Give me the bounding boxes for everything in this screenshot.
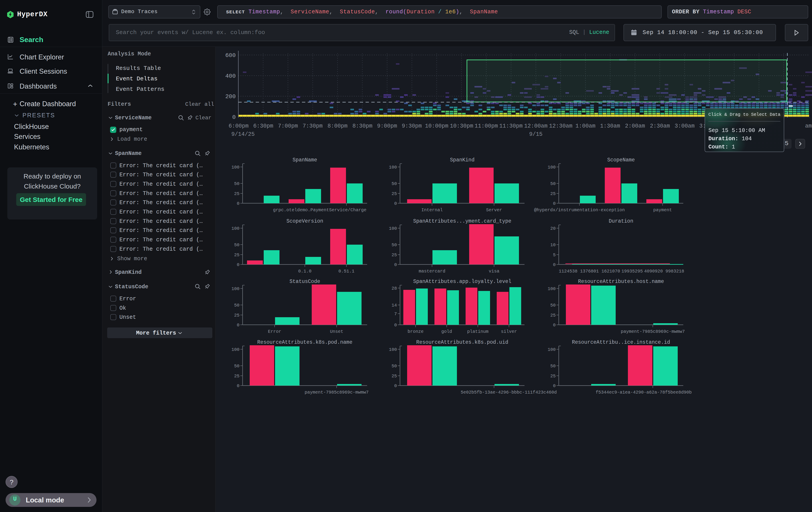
svg-text:25: 25: [392, 252, 397, 258]
svg-text:19935295: 19935295: [621, 269, 643, 274]
svg-text:0: 0: [394, 383, 397, 388]
svg-text:5e02b5fb-13ae-4296-bbbc-111f42: 5e02b5fb-13ae-4296-bbbc-111f423c460d: [461, 390, 557, 395]
svg-text:100: 100: [548, 165, 556, 170]
svg-text:4090920: 4090920: [644, 269, 663, 274]
svg-text:ResourceAttributes.host.name: ResourceAttributes.host.name: [578, 279, 664, 285]
svg-text:25: 25: [234, 252, 239, 258]
svg-text:14: 14: [392, 303, 397, 308]
svg-text:20: 20: [550, 226, 556, 231]
svg-text:6:00pm: 6:00pm: [229, 123, 249, 129]
svg-text:ResourceAttributes.k8s.pod.uid: ResourceAttributes.k8s.pod.uid: [416, 340, 508, 345]
svg-text:100: 100: [231, 286, 239, 291]
svg-text:StatusCode: StatusCode: [289, 279, 320, 285]
svg-text:25: 25: [392, 374, 397, 379]
svg-text:11:00pm: 11:00pm: [474, 123, 498, 129]
svg-text:am: am: [805, 123, 812, 129]
svg-text:grpc.oteldemo.PaymentService/C: grpc.oteldemo.PaymentService/Charge: [273, 208, 367, 213]
svg-text:400: 400: [225, 73, 236, 79]
svg-text:silver: silver: [501, 329, 517, 334]
svg-text:25: 25: [550, 313, 556, 318]
svg-text:50: 50: [234, 303, 239, 308]
svg-text:SpanName: SpanName: [293, 157, 317, 163]
svg-text:0: 0: [394, 323, 397, 328]
svg-text:100: 100: [389, 226, 397, 231]
svg-text:12:00am: 12:00am: [524, 123, 547, 129]
svg-text:50: 50: [392, 363, 397, 369]
svg-text:50: 50: [392, 242, 397, 247]
svg-text:0.51.1: 0.51.1: [339, 269, 354, 274]
svg-text:9/14/25: 9/14/25: [231, 131, 255, 138]
svg-text:@hyperdx/instrumentation-excep: @hyperdx/instrumentation-exception: [534, 208, 625, 213]
svg-text:1376801: 1376801: [580, 269, 599, 274]
svg-text:9:00pm: 9:00pm: [377, 123, 397, 129]
svg-text:ResourceAttributes.k8s.pod.nam: ResourceAttributes.k8s.pod.name: [257, 340, 352, 345]
svg-text:0: 0: [553, 323, 556, 328]
svg-text:7: 7: [394, 312, 397, 317]
svg-text:0: 0: [232, 114, 236, 120]
svg-text:50: 50: [550, 363, 556, 369]
svg-text:platinum: platinum: [467, 329, 489, 334]
svg-text:payment-7985c8969c-mwmw7: payment-7985c8969c-mwmw7: [304, 390, 369, 395]
svg-text:visa: visa: [489, 269, 499, 274]
svg-text:Error: Error: [268, 329, 281, 334]
svg-text:bronze: bronze: [408, 329, 424, 334]
svg-text:2:30am: 2:30am: [650, 123, 670, 129]
svg-text:SpanAttributes.app.loyalty.lev: SpanAttributes.app.loyalty.level: [413, 279, 512, 285]
svg-text:3:00am: 3:00am: [675, 123, 695, 129]
svg-text:8:00pm: 8:00pm: [327, 123, 348, 129]
svg-text:25: 25: [234, 313, 239, 318]
svg-text:Internal: Internal: [421, 208, 443, 213]
svg-text:0: 0: [553, 262, 556, 267]
svg-text:50: 50: [234, 181, 239, 186]
svg-text:7:00pm: 7:00pm: [278, 123, 298, 129]
svg-text:100: 100: [389, 347, 397, 352]
svg-text:12:30am: 12:30am: [549, 123, 572, 129]
svg-text:payment-7985c8969c-mwmw7: payment-7985c8969c-mwmw7: [621, 329, 685, 334]
svg-text:50: 50: [550, 303, 556, 308]
svg-text:gold: gold: [441, 329, 452, 334]
svg-text:Unset: Unset: [330, 329, 343, 334]
svg-text:Server: Server: [486, 208, 502, 213]
svg-text:0: 0: [553, 383, 556, 388]
svg-text:0: 0: [394, 262, 397, 267]
svg-text:50: 50: [550, 181, 556, 186]
svg-text:25: 25: [392, 191, 397, 196]
svg-text:200: 200: [225, 93, 236, 100]
svg-text:1:00am: 1:00am: [575, 123, 596, 129]
svg-text:50: 50: [234, 242, 239, 247]
svg-text:25: 25: [234, 374, 239, 379]
svg-text:0: 0: [237, 262, 239, 267]
svg-text:0: 0: [237, 323, 239, 328]
svg-text:100: 100: [389, 165, 397, 170]
svg-text:100: 100: [231, 165, 239, 170]
svg-text:1621070: 1621070: [602, 269, 620, 274]
svg-text:2:00am: 2:00am: [625, 123, 645, 129]
svg-text:1124538: 1124538: [559, 269, 577, 274]
svg-text:payment: payment: [653, 208, 672, 213]
svg-text:9:30pm: 9:30pm: [402, 123, 422, 129]
svg-text:0.1.0: 0.1.0: [298, 269, 312, 274]
svg-text:100: 100: [548, 286, 556, 291]
svg-text:25: 25: [550, 191, 556, 196]
svg-text:mastercard: mastercard: [419, 269, 445, 274]
svg-text:28: 28: [392, 286, 397, 291]
svg-text:6:30pm: 6:30pm: [253, 123, 273, 129]
svg-text:ScopeName: ScopeName: [607, 157, 635, 163]
svg-text:5: 5: [553, 252, 556, 258]
svg-text:1:30am: 1:30am: [600, 123, 620, 129]
svg-text:100: 100: [231, 347, 239, 352]
svg-text:600: 600: [225, 52, 236, 59]
svg-text:50: 50: [234, 363, 239, 369]
svg-text:11:30pm: 11:30pm: [499, 123, 523, 129]
svg-text:SpanKind: SpanKind: [450, 157, 474, 163]
svg-text:ScopeVersion: ScopeVersion: [286, 218, 323, 224]
svg-text:25: 25: [234, 191, 239, 196]
svg-text:7:30pm: 7:30pm: [302, 123, 323, 129]
svg-text:10:30pm: 10:30pm: [450, 123, 473, 129]
svg-text:100: 100: [548, 347, 556, 352]
svg-text:10:00pm: 10:00pm: [425, 123, 448, 129]
svg-text:SpanAttributes...yment.card_ty: SpanAttributes...yment.card_type: [413, 218, 512, 224]
svg-text:Duration: Duration: [609, 218, 633, 224]
svg-text:0: 0: [237, 383, 239, 388]
svg-text:0: 0: [553, 201, 556, 206]
